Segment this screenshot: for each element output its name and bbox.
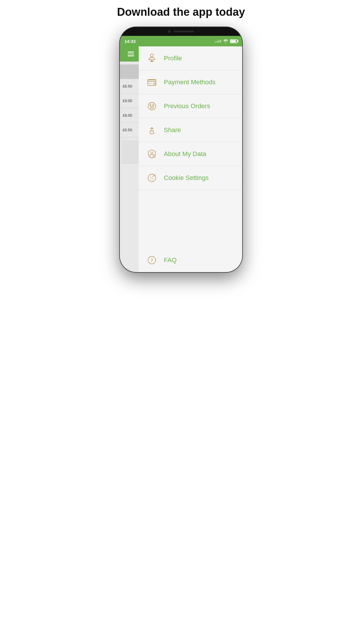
menu-items-list: Profile Payment Methods: [139, 46, 242, 190]
status-bar: 14:33: [120, 36, 242, 46]
battery-icon: [230, 39, 238, 43]
svg-point-19: [153, 178, 154, 179]
signal-icon: [215, 40, 221, 43]
svg-rect-2: [153, 83, 155, 84]
list-item: [120, 64, 142, 79]
menu-label-cookie-settings: Cookie Settings: [164, 174, 209, 182]
list-item: £0.50: [120, 123, 142, 137]
camera: [168, 30, 171, 33]
fork-knife-icon: [146, 100, 158, 112]
price-text: £0.50: [123, 128, 132, 132]
list-item: £9.00: [120, 94, 142, 108]
svg-point-14: [148, 174, 156, 182]
menu-item-faq[interactable]: ? FAQ: [139, 248, 242, 272]
svg-point-15: [150, 177, 151, 178]
price-text: £6.50: [123, 84, 132, 88]
svg-point-10: [151, 152, 153, 154]
price-text: £8.00: [123, 113, 132, 118]
app-content: £6.50 £9.00 £8.00 £0.50: [120, 46, 242, 272]
list-item: £6.50: [120, 79, 142, 94]
svg-point-18: [150, 179, 151, 179]
price-text: £9.00: [123, 99, 132, 103]
shield-person-icon: [146, 148, 158, 160]
list-item: £8.00: [120, 108, 142, 123]
person-pin-icon: [146, 52, 158, 64]
menu-label-previous-orders: Previous Orders: [164, 102, 210, 110]
share-icon: [146, 124, 158, 136]
slide-menu: Profile Payment Methods: [139, 46, 242, 272]
menu-item-previous-orders[interactable]: Previous Orders: [139, 94, 242, 118]
wallet-icon: [146, 76, 158, 88]
svg-rect-0: [151, 61, 153, 62]
svg-rect-8: [150, 131, 154, 134]
menu-item-about-my-data[interactable]: About My Data: [139, 142, 242, 166]
svg-point-13: [154, 157, 154, 157]
status-time: 14:33: [124, 39, 136, 44]
menu-label-share: Share: [164, 126, 181, 134]
menu-item-profile[interactable]: Profile: [139, 46, 242, 70]
menu-item-cookie-settings[interactable]: Cookie Settings: [139, 166, 242, 190]
speaker: [174, 31, 194, 32]
svg-point-16: [152, 176, 153, 177]
hamburger-menu-button[interactable]: [128, 52, 134, 56]
cookie-icon: [146, 172, 158, 184]
menu-item-share[interactable]: Share: [139, 118, 242, 142]
app-header-bar: [120, 46, 142, 62]
menu-label-faq: FAQ: [164, 256, 177, 264]
left-panel: £6.50 £9.00 £8.00 £0.50: [120, 46, 142, 272]
left-items-list: £6.50 £9.00 £8.00 £0.50: [120, 62, 142, 272]
notch-area: [120, 27, 242, 36]
status-icons: [215, 39, 238, 44]
page-headline: Download the app today: [111, 6, 251, 18]
menu-label-payment-methods: Payment Methods: [164, 78, 215, 86]
wifi-icon: [223, 39, 228, 44]
question-circle-icon: ?: [146, 254, 158, 266]
svg-text:?: ?: [151, 258, 153, 263]
list-item: [122, 140, 140, 164]
svg-point-17: [152, 178, 153, 179]
menu-item-payment-methods[interactable]: Payment Methods: [139, 70, 242, 94]
menu-label-profile: Profile: [164, 55, 182, 62]
phone-shell: 14:33: [120, 27, 242, 272]
menu-label-about-my-data: About My Data: [164, 150, 206, 158]
